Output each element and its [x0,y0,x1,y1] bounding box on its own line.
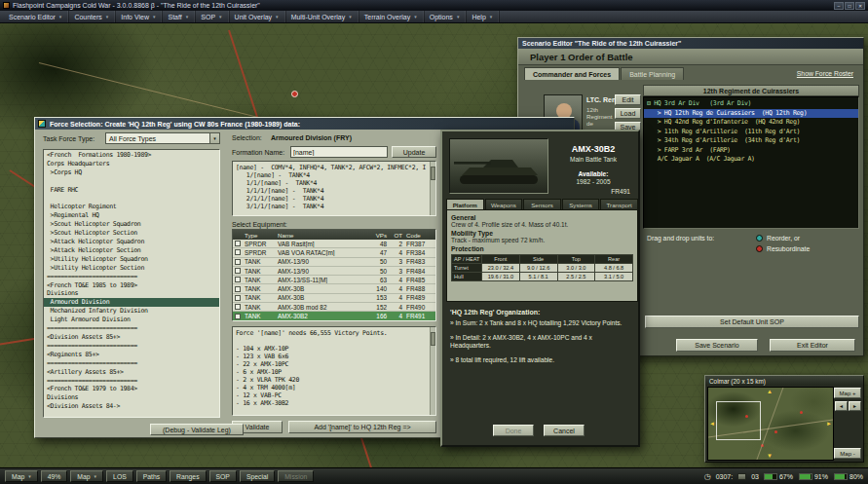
catalog-item[interactable]: FARE RHC [44,186,219,195]
show-force-roster-link[interactable]: Show Force Roster [797,70,853,77]
status-button[interactable]: Special [240,470,275,482]
catalog-item[interactable]: Mechanized Infantry Division [44,307,219,316]
catalog-item[interactable]: ========================== [44,359,219,368]
catalog-item[interactable]: ========================== [44,342,219,351]
catalog-item[interactable]: Divisions [44,289,219,298]
menu-item[interactable]: SOP [196,11,229,22]
equipment-checkbox[interactable] [235,286,241,292]
catalog-item[interactable]: <French TO&E 1985 to 1989> [44,281,219,290]
equipment-row[interactable]: TANK AMX-13/90 50 3 FR484 [233,267,435,276]
force-tree-item[interactable]: > HQ 42nd Reg d'Infanterie (HQ 42nd Reg) [644,118,858,128]
update-button[interactable]: Update [392,146,436,158]
catalog-item[interactable]: Divisions [44,393,219,402]
done-button[interactable]: Done [493,425,534,436]
equipment-checkbox[interactable] [235,314,241,319]
catalog-item[interactable]: >Scout Helicopter Squadron [44,220,219,229]
menu-item[interactable]: Staff [163,11,196,22]
status-button[interactable]: Paths [136,470,167,482]
formation-structure-box[interactable]: [name] - COMV*4, INFHQ*4, TANK*2, AFCW*2… [232,161,436,216]
equipment-row[interactable]: SPRDR VAB VOA RATAC[m] 47 4 FR384 [233,248,435,257]
tab[interactable]: Transport [600,199,638,209]
scrollbar[interactable] [430,327,435,415]
force-tree-item[interactable]: > 11th Reg d'Artillerie (11th Reg d'Art) [644,128,858,137]
minimap-canvas[interactable]: ▲ ▼ ◄ ► [707,387,834,461]
tab[interactable]: Weapons [485,199,523,209]
menu-item[interactable]: Terrain Overlay [359,11,425,22]
exit-editor-button[interactable]: Exit Editor [770,339,855,352]
status-button[interactable]: Map [70,470,103,482]
status-button[interactable]: Map [5,470,38,482]
scrollbar-thumb[interactable] [431,332,435,346]
equipment-checkbox[interactable] [235,295,241,301]
menu-item[interactable]: Counters [69,11,116,22]
catalog-item[interactable]: Corps Headquarters [44,160,219,168]
catalog-item[interactable]: >Regimental HQ [44,211,219,220]
catalog-item[interactable]: >Scout Helicopter Section [44,229,219,238]
menu-item[interactable]: Unit Overlay [230,11,286,22]
force-tree-item[interactable]: > 34th Reg d'Artillerie (34th Reg d'Art) [644,136,858,146]
menu-item[interactable]: Scenario Editor [4,11,69,22]
add-to-force-button[interactable]: Add '[name]' to HQ 12th Reg => [288,421,436,433]
status-button[interactable]: Mission [278,470,314,482]
equipment-row[interactable]: TANK AMX-30B 153 4 FR489 [233,294,435,303]
map-zoom-in-button[interactable]: Map + [834,388,861,398]
equipment-row[interactable]: TANK AMX-13/90 50 3 FR483 [233,258,435,267]
force-summary-box[interactable]: Force '[name]' needs 66,555 Victory Poin… [232,326,436,416]
equipment-checkbox[interactable] [235,259,241,265]
tab[interactable]: Systems [562,199,600,209]
load-button[interactable]: Load [615,108,641,119]
catalog-item[interactable]: >Attack Helicopter Section [44,246,219,255]
status-button[interactable]: SOP [209,470,237,482]
catalog-item[interactable]: ========================== [44,377,219,386]
catalog-item[interactable]: ========================== [44,273,219,281]
equipment-checkbox[interactable] [235,304,241,310]
formation-name-input[interactable] [290,146,388,158]
catalog-item[interactable]: <Division Assets 85+> [44,333,219,342]
tab[interactable]: Sensors [523,199,561,209]
catalog-item[interactable]: <Artillery Assets 85+> [44,368,219,377]
menu-item[interactable]: Options [425,11,468,22]
force-tree-item[interactable]: > HQ 12th Reg de Cuirassiers (HQ 12th Re… [644,109,858,119]
equipment-checkbox[interactable] [235,241,241,246]
force-tree-item[interactable]: A/C Jaguar A (A/C Jaguar A) [644,155,858,165]
window-control-button[interactable]: □ [845,2,854,10]
edit-button[interactable]: Edit [615,94,641,105]
scrollbar-thumb[interactable] [431,167,435,180]
catalog-item[interactable]: <French Formations 1980-1989> [44,151,219,160]
status-button[interactable]: 49% [41,470,68,482]
equipment-checkbox[interactable] [235,277,241,282]
menu-item[interactable]: Info View [116,11,163,22]
cancel-button[interactable]: Cancel [544,425,585,436]
catalog-item[interactable]: >Utility Helicopter Section [44,264,219,273]
tab[interactable]: Platform [446,199,484,209]
catalog-item[interactable]: <Regiments 85+> [44,351,219,359]
map-zoom-out-button[interactable]: Map - [834,448,861,459]
task-force-type-dropdown[interactable]: All Force Types ▾ [105,132,220,144]
catalog-item[interactable] [44,195,219,204]
tab[interactable]: Commander and Forces [524,67,620,80]
catalog-item[interactable]: Helicopter Regiment [44,203,219,211]
catalog-item[interactable]: >Corps HQ [44,168,219,177]
scroll-up-arrow-icon[interactable]: ▲ [767,389,773,394]
equipment-checkbox[interactable] [235,268,241,274]
equipment-row[interactable]: TANK AMX-13/SS-11[M] 63 4 FR485 [233,276,435,284]
menu-item[interactable]: Multi-Unit Overlay [286,11,359,22]
catalog-item[interactable] [44,177,219,186]
radio-option[interactable]: Reorder, or [756,235,857,242]
debug-validate-leg-button[interactable]: (Debug - Validate Leg) [150,424,244,435]
equipment-row[interactable]: TANK AMX-30B mod 82 152 4 FR490 [233,303,435,312]
scrollbar[interactable] [430,162,435,215]
equipment-checkbox[interactable] [235,249,241,255]
force-selection-titlebar[interactable]: Force Selection: Create 'HQ 12th Reg' us… [35,118,574,130]
window-control-button[interactable]: ✕ [855,2,865,10]
status-button[interactable]: LOS [106,470,133,482]
force-tree-item[interactable]: > FARP 3rd Ar (FARP) [644,146,858,156]
catalog-item[interactable]: <French TO&E 1979 to 1984> [44,385,219,393]
catalog-item[interactable]: <Division Assets 84-> [44,402,219,411]
save-scenario-button[interactable]: Save Scenario [676,339,758,352]
force-tree-item[interactable]: ⊟ HQ 3rd Ar Div (3rd Ar Div) [644,99,858,109]
catalog-item[interactable]: ========================== [44,324,219,333]
scroll-down-arrow-icon[interactable]: ▼ [767,453,773,459]
map-pan-left-button[interactable]: ◄ [835,401,848,411]
chevron-down-icon[interactable]: ▾ [209,133,219,143]
